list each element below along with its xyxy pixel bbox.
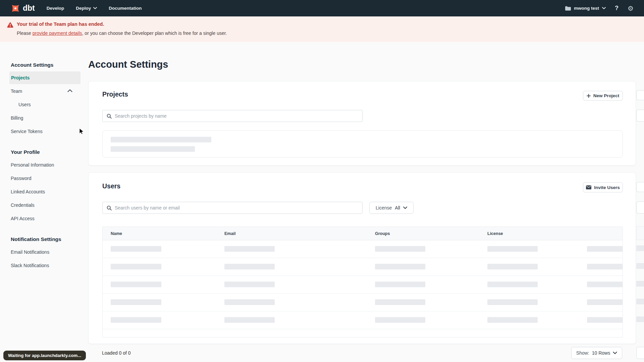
column-header-email: Email bbox=[224, 231, 235, 236]
sidebar-item-billing[interactable]: Billing bbox=[11, 115, 23, 121]
license-filter-dropdown[interactable]: License All bbox=[369, 202, 414, 214]
show-rows-label: Show: bbox=[576, 350, 589, 356]
skeleton-bar bbox=[111, 146, 195, 152]
sidebar-item-api-access[interactable]: API Access bbox=[11, 215, 35, 222]
table-row bbox=[103, 276, 623, 294]
users-card: Users Invite Users License All Name bbox=[88, 172, 636, 344]
dbt-cloud-app: dbt Develop Deploy Documentation mwong t… bbox=[0, 0, 644, 362]
folder-icon bbox=[565, 6, 571, 11]
clipped-edge-fragment bbox=[636, 90, 644, 100]
skeleton-bar bbox=[111, 317, 161, 323]
sidebar-item-service-tokens[interactable]: Service Tokens bbox=[11, 128, 43, 135]
sidebar-item-password[interactable]: Password bbox=[11, 175, 31, 182]
loaded-count: Loaded 0 of 0 bbox=[102, 350, 131, 356]
users-table-header: Name Email Groups License bbox=[103, 227, 623, 240]
projects-search-input[interactable] bbox=[115, 113, 358, 119]
table-row bbox=[103, 240, 623, 258]
sidebar-item-credentials[interactable]: Credentials bbox=[11, 202, 35, 208]
nav-documentation-label: Documentation bbox=[109, 6, 142, 11]
new-project-label: New Project bbox=[593, 93, 619, 98]
dbt-logo[interactable]: dbt bbox=[10, 3, 35, 13]
sidebar-item-team[interactable]: Team bbox=[11, 88, 22, 95]
skeleton-bar bbox=[487, 264, 538, 269]
sidebar-item-projects[interactable]: Projects bbox=[9, 71, 80, 84]
skeleton-bar bbox=[487, 299, 538, 305]
skeleton-bar bbox=[587, 246, 623, 252]
settings-gear-icon[interactable]: ⚙ bbox=[628, 5, 634, 12]
clipped-edge-fragment bbox=[636, 226, 644, 240]
clipped-edge-fragment bbox=[636, 182, 644, 192]
sidebar-heading-account-settings: Account Settings bbox=[11, 62, 53, 68]
clipped-edge-fragment bbox=[636, 316, 644, 322]
show-rows-value: 10 Rows bbox=[592, 350, 610, 356]
nav-right-group: mwong test ? ⚙ bbox=[565, 5, 634, 12]
nav-develop-label: Develop bbox=[47, 6, 64, 11]
account-switcher[interactable]: mwong test bbox=[565, 6, 606, 11]
skeleton-bar bbox=[224, 299, 275, 305]
sidebar-item-linked-accounts[interactable]: Linked Accounts bbox=[11, 188, 45, 195]
banner-body: Please provide payment details, or you c… bbox=[17, 30, 227, 37]
skeleton-bar bbox=[375, 317, 425, 323]
skeleton-bar bbox=[111, 299, 161, 305]
page-title: Account Settings bbox=[88, 59, 168, 70]
projects-card: Projects New Project bbox=[88, 81, 636, 166]
clipped-edge-fragment bbox=[636, 201, 644, 214]
skeleton-bar bbox=[587, 282, 623, 287]
table-row bbox=[103, 258, 623, 276]
table-row bbox=[103, 294, 623, 311]
skeleton-bar bbox=[587, 299, 623, 305]
search-icon bbox=[107, 114, 112, 119]
skeleton-bar bbox=[487, 317, 538, 323]
projects-search bbox=[102, 110, 363, 122]
clipped-edge-fragment bbox=[636, 110, 644, 122]
skeleton-bar bbox=[375, 246, 425, 252]
skeleton-bar bbox=[224, 264, 275, 269]
sidebar-heading-your-profile: Your Profile bbox=[11, 149, 40, 156]
banner-body-suffix: , or you can choose the Developer plan w… bbox=[82, 31, 227, 36]
sidebar-item-email-notifications[interactable]: Email Notifications bbox=[11, 249, 49, 255]
users-search bbox=[102, 202, 363, 214]
show-rows-dropdown[interactable]: Show: 10 Rows bbox=[571, 347, 622, 359]
plus-icon bbox=[587, 94, 591, 98]
account-name: mwong test bbox=[574, 6, 599, 11]
envelope-icon bbox=[586, 185, 591, 189]
table-row bbox=[103, 311, 623, 329]
new-project-button[interactable]: New Project bbox=[583, 91, 623, 101]
skeleton-bar bbox=[224, 246, 275, 252]
chevron-down-icon bbox=[403, 206, 407, 209]
mouse-cursor bbox=[79, 128, 84, 135]
nav-develop[interactable]: Develop bbox=[47, 6, 64, 11]
sidebar-item-users[interactable]: Users bbox=[18, 101, 31, 108]
sidebar-heading-notification-settings: Notification Settings bbox=[11, 236, 61, 243]
clipped-edge-fragment bbox=[636, 245, 644, 251]
nav-documentation[interactable]: Documentation bbox=[109, 6, 142, 11]
users-search-input[interactable] bbox=[115, 205, 358, 210]
trial-ended-banner: Your trial of the Team plan has ended. P… bbox=[0, 16, 644, 42]
skeleton-bar bbox=[487, 246, 538, 252]
sidebar-item-personal-information[interactable]: Personal Information bbox=[11, 162, 54, 168]
dbt-logo-text: dbt bbox=[23, 4, 35, 13]
help-button[interactable]: ? bbox=[615, 5, 619, 12]
skeleton-bar bbox=[224, 282, 275, 287]
clipped-edge-fragment bbox=[636, 347, 644, 359]
skeleton-bar bbox=[375, 264, 425, 269]
nav-deploy[interactable]: Deploy bbox=[76, 6, 97, 11]
sidebar-item-slack-notifications[interactable]: Slack Notifications bbox=[11, 262, 49, 269]
invite-users-button[interactable]: Invite Users bbox=[583, 182, 623, 192]
warning-icon bbox=[7, 22, 13, 28]
invite-users-label: Invite Users bbox=[594, 185, 620, 190]
chevron-down-icon bbox=[602, 7, 606, 9]
column-header-groups: Groups bbox=[375, 231, 390, 236]
skeleton-bar bbox=[487, 282, 538, 287]
column-header-name: Name bbox=[111, 231, 122, 236]
license-filter-value: All bbox=[395, 205, 400, 210]
skeleton-bar bbox=[111, 264, 161, 269]
clipped-edge-fragment bbox=[636, 299, 644, 304]
provide-payment-details-link[interactable]: provide payment details bbox=[33, 31, 82, 36]
dbt-logo-icon bbox=[10, 3, 20, 13]
banner-body-prefix: Please bbox=[17, 31, 33, 36]
search-icon bbox=[107, 205, 112, 210]
top-navbar: dbt Develop Deploy Documentation mwong t… bbox=[0, 0, 644, 16]
nav-left-group: dbt Develop Deploy Documentation bbox=[10, 3, 142, 13]
chevron-up-icon[interactable] bbox=[67, 89, 72, 92]
